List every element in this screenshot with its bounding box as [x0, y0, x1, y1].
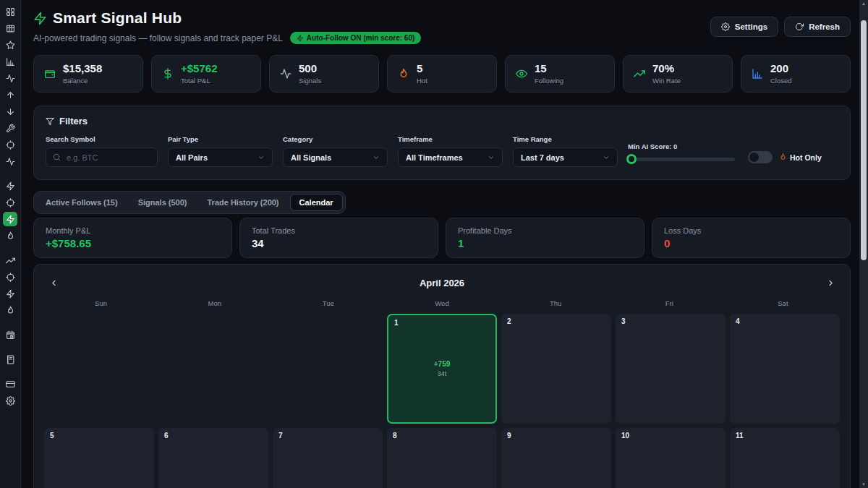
calendar-day-1[interactable]: 1+75934t	[387, 314, 497, 424]
calendar-day-11[interactable]: 11	[730, 428, 840, 488]
sidebar-item-activity-icon[interactable]	[3, 71, 17, 85]
sidebar-item-credit-card-icon[interactable]	[3, 377, 17, 391]
sidebar-item-table-icon[interactable]	[3, 21, 17, 35]
tab-signals-500-[interactable]: Signals (500)	[129, 194, 197, 211]
vertical-scrollbar[interactable]: ▲ ▼	[859, 0, 868, 488]
calendar-title: April 2026	[420, 278, 464, 288]
flame-icon	[779, 153, 787, 161]
sidebar-item-target-icon[interactable]	[3, 270, 17, 284]
stat-value: $15,358	[63, 63, 102, 75]
sidebar-item-settings-icon[interactable]	[3, 393, 17, 408]
sidebar-item-calendar-clock-icon[interactable]	[3, 328, 17, 342]
slider-thumb[interactable]	[626, 154, 637, 164]
refresh-icon	[795, 22, 804, 31]
sidebar-item-bar-chart-icon[interactable]	[3, 54, 17, 69]
header-actions: Settings Refresh	[710, 17, 851, 37]
search-symbol-label: Search Symbol	[46, 135, 158, 143]
view-tabs: Active Follows (15)Signals (500)Trade Hi…	[33, 191, 346, 214]
settings-button[interactable]: Settings	[710, 17, 778, 37]
calendar-day-6[interactable]: 6	[158, 428, 268, 488]
select-timeframe[interactable]: All Timeframes	[398, 147, 503, 167]
eye-icon	[516, 68, 527, 80]
main-content: Smart Signal Hub AI-powered trading sign…	[21, 0, 859, 488]
filter-field-pair-type: Pair TypeAll Pairs	[168, 135, 273, 167]
tab-trade-history-200-[interactable]: Trade History (200)	[198, 194, 289, 211]
weekday-label: Thu	[499, 299, 613, 307]
weekday-label: Tue	[271, 299, 385, 307]
scrollbar-up-arrow-icon[interactable]: ▲	[859, 1, 868, 6]
filters-panel: Filters Search Symbol Pair TypeAll Pairs…	[33, 106, 851, 180]
weekday-label: Wed	[385, 299, 498, 307]
filters-title: Filters	[59, 116, 88, 127]
sidebar-item-zap-icon[interactable]	[3, 179, 17, 193]
calendar-empty-cell	[158, 314, 268, 424]
calendar-day-4[interactable]: 4	[730, 314, 840, 424]
refresh-button[interactable]: Refresh	[784, 17, 851, 37]
hot-only-label: Hot Only	[790, 153, 822, 162]
stat-value: 5	[417, 63, 427, 75]
stat-label: Balance	[63, 77, 102, 85]
weekday-label: Mon	[158, 299, 271, 307]
sidebar-item-target-icon[interactable]	[3, 195, 17, 210]
stat-label: Closed	[770, 77, 792, 85]
stat-card-closed: 200Closed	[741, 55, 851, 93]
sidebar-item-trending-up-icon[interactable]	[3, 253, 17, 267]
chevron-down-icon	[258, 154, 265, 161]
stat-value: 500	[299, 63, 321, 75]
hot-only-toggle[interactable]	[748, 151, 773, 163]
sidebar-item-zap-icon[interactable]	[3, 286, 17, 301]
tab-calendar[interactable]: Calendar	[290, 194, 343, 211]
sidebar-item-arrow-up-icon[interactable]	[3, 87, 17, 102]
sidebar-item-zap-icon[interactable]	[3, 212, 17, 226]
chevron-down-icon	[603, 154, 610, 161]
app-root: Smart Signal Hub AI-powered trading sign…	[0, 0, 868, 488]
scrollbar-down-arrow-icon[interactable]: ▼	[859, 482, 868, 487]
sidebar-item-flame-icon[interactable]	[3, 303, 17, 317]
sidebar-item-journal-icon[interactable]	[3, 352, 17, 367]
app-logo-zap-icon	[33, 12, 47, 25]
select-time-range[interactable]: Last 7 days	[513, 147, 618, 167]
calendar-next-button[interactable]	[821, 273, 840, 292]
header-left: Smart Signal Hub AI-powered trading sign…	[33, 9, 421, 44]
gear-icon	[721, 22, 730, 31]
tab-active-follows-15-[interactable]: Active Follows (15)	[36, 194, 127, 211]
search-input[interactable]	[65, 153, 150, 163]
calendar-grid: 1+75934t234567891011	[44, 314, 840, 488]
calendar-day-9[interactable]: 9	[501, 428, 611, 488]
sidebar-item-activity-icon[interactable]	[3, 154, 17, 168]
day-summary: +75934t	[434, 360, 451, 377]
sidebar-item-flame-icon[interactable]	[3, 228, 17, 243]
stat-card-balance: $15,358Balance	[33, 55, 143, 93]
weekday-header: SunMonTueWedThuFriSat	[44, 299, 840, 307]
stat-label: Following	[535, 77, 563, 85]
stats-row: $15,358Balance+$5762Total P&L500Signals5…	[33, 55, 851, 93]
calendar-prev-button[interactable]	[44, 273, 63, 292]
stat-value: 70%	[652, 63, 681, 75]
calendar-day-10[interactable]: 10	[616, 428, 726, 488]
search-icon	[53, 153, 61, 161]
sidebar-item-arrow-down-icon[interactable]	[3, 104, 17, 119]
select-pair-type[interactable]: All Pairs	[168, 147, 273, 167]
scrollbar-thumb[interactable]	[861, 20, 867, 260]
calendar-day-8[interactable]: 8	[387, 428, 497, 488]
filter-field-category: CategoryAll Signals	[283, 135, 388, 167]
search-symbol-field: Search Symbol	[46, 135, 158, 167]
calendar-day-7[interactable]: 7	[273, 428, 383, 488]
bar-chart-icon	[752, 68, 763, 80]
min-ai-score-slider[interactable]	[628, 158, 735, 161]
select-category[interactable]: All Signals	[283, 147, 388, 167]
min-ai-score-label: Min AI Score: 0	[628, 142, 735, 150]
filter-field-timeframe: TimeframeAll Timeframes	[398, 135, 503, 167]
calendar-day-5[interactable]: 5	[44, 428, 154, 488]
day-pnl: +759	[434, 360, 451, 368]
chevron-right-icon	[826, 278, 835, 288]
sidebar-item-wrench-icon[interactable]	[3, 121, 17, 135]
dollar-icon	[162, 68, 174, 80]
calendar-day-3[interactable]: 3	[616, 314, 726, 424]
sidebar-item-dashboard-icon[interactable]	[3, 4, 17, 19]
calendar-day-2[interactable]: 2	[501, 314, 611, 424]
sidebar-item-target-icon[interactable]	[3, 137, 17, 152]
calendar-empty-cell	[44, 314, 154, 424]
sidebar-item-star-icon[interactable]	[3, 38, 17, 52]
stat-label: Win Rate	[652, 77, 681, 85]
